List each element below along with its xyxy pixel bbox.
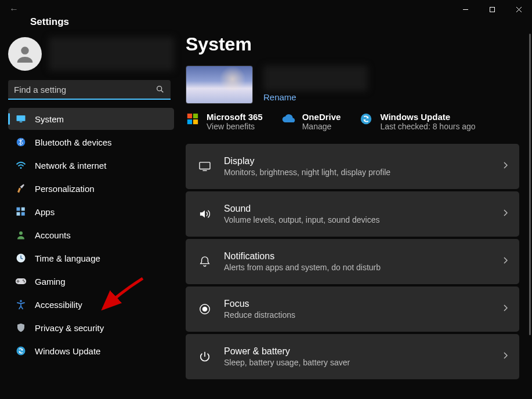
rename-link[interactable]: Rename xyxy=(263,92,368,102)
setting-card-power-battery[interactable]: Power & batterySleep, battery usage, bat… xyxy=(186,334,519,379)
update-icon xyxy=(15,345,27,357)
close-button[interactable] xyxy=(505,0,532,19)
sidebar-item-label: Gaming xyxy=(35,277,66,286)
card-title: Notifications xyxy=(224,251,491,262)
quick-link-windows-update[interactable]: Windows UpdateLast checked: 8 hours ago xyxy=(359,112,475,131)
svg-rect-12 xyxy=(21,208,25,211)
sidebar-item-windows-update[interactable]: Windows Update xyxy=(8,340,174,362)
card-title: Sound xyxy=(224,204,491,214)
link-title: Microsoft 365 xyxy=(207,112,263,122)
clock-icon xyxy=(15,252,27,264)
svg-point-18 xyxy=(23,280,24,281)
svg-point-26 xyxy=(361,114,371,124)
setting-card-notifications[interactable]: NotificationsAlerts from apps and system… xyxy=(186,239,519,284)
minimize-button[interactable] xyxy=(452,0,479,19)
svg-point-5 xyxy=(157,86,162,91)
svg-rect-27 xyxy=(200,162,210,169)
person-icon xyxy=(15,229,27,241)
winupdate-icon xyxy=(359,112,373,126)
svg-rect-22 xyxy=(187,114,192,118)
sidebar-item-label: Apps xyxy=(35,207,55,217)
card-sub: Volume levels, output, input, sound devi… xyxy=(224,215,491,224)
svg-point-21 xyxy=(17,347,26,356)
card-sub: Alerts from apps and system, do not dist… xyxy=(224,263,491,272)
card-title: Display xyxy=(224,156,491,166)
svg-rect-13 xyxy=(17,212,20,216)
setting-card-sound[interactable]: SoundVolume levels, output, input, sound… xyxy=(186,191,519,237)
sidebar-item-personalization[interactable]: Personalization xyxy=(8,177,174,200)
link-title: Windows Update xyxy=(380,112,475,122)
sidebar-item-label: Accounts xyxy=(35,230,71,240)
link-sub: Last checked: 8 hours ago xyxy=(380,122,475,131)
svg-rect-7 xyxy=(17,115,26,121)
sidebar-item-time-language[interactable]: Time & language xyxy=(8,247,174,269)
svg-point-20 xyxy=(20,300,22,302)
sound-icon xyxy=(197,209,212,219)
svg-point-10 xyxy=(20,167,22,169)
card-sub: Monitors, brightness, night light, displ… xyxy=(224,168,491,177)
wifi-icon xyxy=(15,159,27,171)
page-title: System xyxy=(186,34,519,55)
search-icon xyxy=(155,85,165,96)
search-input[interactable] xyxy=(8,80,171,100)
search-box[interactable] xyxy=(8,80,171,100)
card-sub: Sleep, battery usage, battery saver xyxy=(224,358,491,367)
shield-icon xyxy=(15,322,27,333)
svg-rect-23 xyxy=(193,114,198,118)
gaming-icon xyxy=(15,275,27,287)
card-title: Focus xyxy=(224,299,491,309)
back-button[interactable]: ← xyxy=(0,4,28,14)
sidebar-item-system[interactable]: System xyxy=(8,108,174,130)
sidebar-item-bluetooth-devices[interactable]: Bluetooth & devices xyxy=(8,131,174,153)
setting-card-display[interactable]: DisplayMonitors, brightness, night light… xyxy=(186,144,519,189)
card-sub: Reduce distractions xyxy=(224,310,491,320)
scrollbar[interactable] xyxy=(529,34,531,393)
focus-icon xyxy=(197,303,212,315)
sidebar-item-gaming[interactable]: Gaming xyxy=(8,270,174,292)
sidebar-item-label: Bluetooth & devices xyxy=(35,137,112,147)
quick-link-onedrive[interactable]: OneDriveManage xyxy=(281,112,341,131)
svg-rect-11 xyxy=(17,208,20,211)
device-thumbnail[interactable] xyxy=(186,66,253,104)
sidebar-item-apps[interactable]: Apps xyxy=(8,201,174,223)
user-name-redacted xyxy=(49,37,174,71)
quick-link-microsoft-[interactable]: Microsoft 365View benefits xyxy=(186,112,263,131)
apps-icon xyxy=(15,206,27,217)
chevron-right-icon xyxy=(503,304,508,314)
svg-point-19 xyxy=(24,281,26,283)
ms365-icon xyxy=(186,112,200,126)
chevron-right-icon xyxy=(503,209,508,219)
chevron-right-icon xyxy=(503,256,508,267)
main-content: System Rename Microsoft 365View benefits… xyxy=(180,28,532,397)
chevron-right-icon xyxy=(503,161,508,172)
svg-rect-25 xyxy=(193,119,198,124)
avatar[interactable] xyxy=(8,37,42,71)
monitor-icon xyxy=(15,113,27,125)
sidebar-item-label: Privacy & security xyxy=(35,323,104,333)
accessibility-icon xyxy=(15,299,27,310)
power-icon xyxy=(197,350,212,363)
svg-rect-14 xyxy=(21,212,25,216)
sidebar-item-label: System xyxy=(35,114,64,124)
setting-card-focus[interactable]: FocusReduce distractions xyxy=(186,286,519,332)
svg-rect-1 xyxy=(490,7,494,12)
sidebar-item-accessibility[interactable]: Accessibility xyxy=(8,293,174,315)
onedrive-icon xyxy=(281,112,295,126)
svg-point-30 xyxy=(202,307,207,311)
display-icon xyxy=(197,161,212,172)
maximize-button[interactable] xyxy=(479,0,505,19)
svg-rect-24 xyxy=(187,119,192,124)
bluetooth-icon xyxy=(15,136,27,148)
notifications-icon xyxy=(197,255,212,268)
sidebar-item-privacy-security[interactable]: Privacy & security xyxy=(8,317,174,339)
link-title: OneDrive xyxy=(302,112,341,122)
link-sub: Manage xyxy=(302,122,341,131)
sidebar: SystemBluetooth & devicesNetwork & inter… xyxy=(0,28,180,397)
svg-rect-8 xyxy=(20,122,23,123)
sidebar-item-label: Personalization xyxy=(35,184,95,194)
sidebar-item-accounts[interactable]: Accounts xyxy=(8,224,174,246)
svg-point-15 xyxy=(19,231,23,235)
sidebar-item-network-internet[interactable]: Network & internet xyxy=(8,154,174,176)
brush-icon xyxy=(15,183,27,194)
sidebar-item-label: Accessibility xyxy=(35,300,82,310)
